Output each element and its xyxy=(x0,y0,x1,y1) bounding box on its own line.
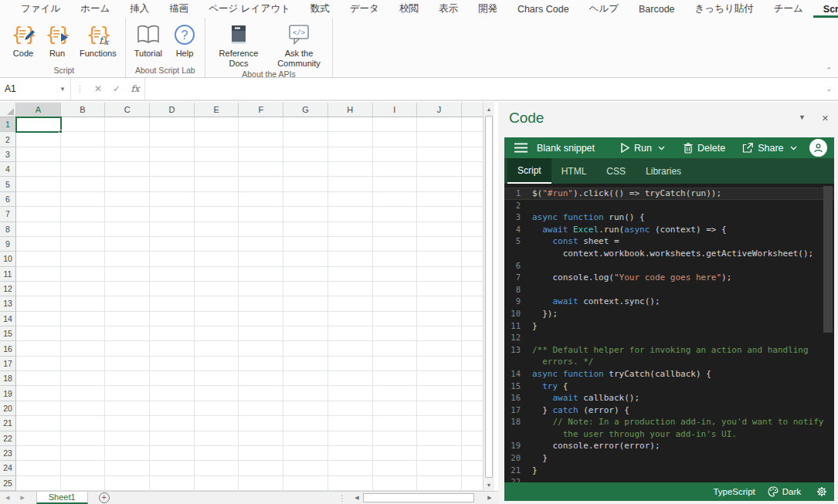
cell-b7[interactable] xyxy=(61,207,106,222)
cell-d4[interactable] xyxy=(150,162,195,177)
cell-partial[interactable] xyxy=(462,147,483,162)
cell-g25[interactable] xyxy=(283,476,328,491)
cell-e16[interactable] xyxy=(195,341,239,356)
run-button[interactable]: Run xyxy=(621,143,665,154)
share-snippet-button[interactable]: Share xyxy=(742,143,796,154)
cell-i22[interactable] xyxy=(373,431,418,446)
cell-b11[interactable] xyxy=(61,267,106,282)
cell-e3[interactable] xyxy=(195,147,239,162)
row-header-23[interactable]: 23 xyxy=(0,446,16,461)
scroll-right-icon[interactable]: ▶ xyxy=(483,492,496,504)
cell-f16[interactable] xyxy=(239,341,283,356)
column-header-f[interactable]: F xyxy=(239,103,283,117)
cell-d17[interactable] xyxy=(150,357,195,371)
cell-b12[interactable] xyxy=(61,282,106,296)
cell-i4[interactable] xyxy=(373,162,418,177)
cell-f24[interactable] xyxy=(239,461,283,475)
cell-i19[interactable] xyxy=(373,386,418,401)
language-indicator[interactable]: TypeScript xyxy=(713,487,755,496)
cell-c11[interactable] xyxy=(105,267,150,282)
cell-partial[interactable] xyxy=(462,401,483,416)
cell-d14[interactable] xyxy=(150,312,195,326)
cell-d24[interactable] xyxy=(150,461,195,475)
cell-d18[interactable] xyxy=(150,371,195,386)
cell-f10[interactable] xyxy=(239,252,283,266)
cell-e25[interactable] xyxy=(195,476,239,491)
cell-j6[interactable] xyxy=(417,192,462,207)
cell-c20[interactable] xyxy=(105,401,150,416)
ribbon-tab-kicchiri-harituke[interactable]: きっちり貼付 xyxy=(685,0,764,18)
editor-tab-html[interactable]: HTML xyxy=(551,158,597,184)
grid-horizontal-scrollbar[interactable]: ◀ ▶ xyxy=(351,492,496,504)
cell-partial[interactable] xyxy=(462,117,483,132)
cell-h18[interactable] xyxy=(328,371,373,386)
cell-h5[interactable] xyxy=(328,177,373,191)
cell-g2[interactable] xyxy=(283,132,328,147)
cell-a10[interactable] xyxy=(16,252,61,266)
cell-h21[interactable] xyxy=(328,416,373,431)
cell-e4[interactable] xyxy=(195,162,239,177)
cell-partial[interactable] xyxy=(462,192,483,207)
cell-e11[interactable] xyxy=(195,267,239,282)
cell-i17[interactable] xyxy=(373,357,418,371)
cell-j1[interactable] xyxy=(417,117,462,132)
cell-e1[interactable] xyxy=(195,117,239,132)
editor-tab-script[interactable]: Script xyxy=(507,158,551,184)
cell-a18[interactable] xyxy=(16,371,61,386)
cell-e18[interactable] xyxy=(195,371,239,386)
cell-i15[interactable] xyxy=(373,326,418,341)
cell-h15[interactable] xyxy=(328,326,373,341)
ribbon-tab-review[interactable]: 校閲 xyxy=(389,0,429,18)
ribbon-tab-team[interactable]: チーム xyxy=(764,0,813,18)
cell-e17[interactable] xyxy=(195,357,239,371)
cell-j15[interactable] xyxy=(417,326,462,341)
column-header-b[interactable]: B xyxy=(61,103,106,117)
column-header-a[interactable]: A xyxy=(16,103,61,117)
cell-h1[interactable] xyxy=(328,117,373,132)
cell-j14[interactable] xyxy=(417,312,462,326)
cell-a20[interactable] xyxy=(16,401,61,416)
cell-h24[interactable] xyxy=(328,461,373,475)
cell-i6[interactable] xyxy=(373,192,418,207)
ribbon-button-reference-docs[interactable]: Reference Docs xyxy=(209,20,269,69)
cell-g24[interactable] xyxy=(283,461,328,475)
cell-f22[interactable] xyxy=(239,431,283,446)
column-header-c[interactable]: C xyxy=(105,103,150,117)
cell-i16[interactable] xyxy=(373,341,418,356)
cell-b24[interactable] xyxy=(61,461,106,475)
cell-j5[interactable] xyxy=(417,177,462,191)
name-box-dropdown-icon[interactable]: ▼ xyxy=(59,86,66,93)
cell-c17[interactable] xyxy=(105,357,150,371)
cell-h7[interactable] xyxy=(328,207,373,222)
cell-b3[interactable] xyxy=(61,147,106,162)
row-header-2[interactable]: 2 xyxy=(0,132,16,147)
cell-a17[interactable] xyxy=(16,357,61,371)
cell-d8[interactable] xyxy=(150,222,195,237)
cell-j10[interactable] xyxy=(417,252,462,266)
cell-g19[interactable] xyxy=(283,386,328,401)
cell-a12[interactable] xyxy=(16,282,61,296)
cell-g16[interactable] xyxy=(283,341,328,356)
cell-d12[interactable] xyxy=(150,282,195,296)
cell-a24[interactable] xyxy=(16,461,61,475)
cell-partial[interactable] xyxy=(462,476,483,491)
cell-d20[interactable] xyxy=(150,401,195,416)
cell-a22[interactable] xyxy=(16,431,61,446)
row-header-4[interactable]: 4 xyxy=(0,162,16,177)
enter-icon[interactable]: ✓ xyxy=(107,83,126,94)
cell-b25[interactable] xyxy=(61,476,106,491)
cell-e8[interactable] xyxy=(195,222,239,237)
cell-h25[interactable] xyxy=(328,476,373,491)
cell-f14[interactable] xyxy=(239,312,283,326)
cell-h4[interactable] xyxy=(328,162,373,177)
cell-g18[interactable] xyxy=(283,371,328,386)
cell-b14[interactable] xyxy=(61,312,106,326)
cell-d7[interactable] xyxy=(150,207,195,222)
row-header-8[interactable]: 8 xyxy=(0,222,16,237)
cell-partial[interactable] xyxy=(462,252,483,266)
cell-d25[interactable] xyxy=(150,476,195,491)
cell-f8[interactable] xyxy=(239,222,283,237)
cell-partial[interactable] xyxy=(462,357,483,371)
row-header-9[interactable]: 9 xyxy=(0,237,16,252)
cell-e12[interactable] xyxy=(195,282,239,296)
